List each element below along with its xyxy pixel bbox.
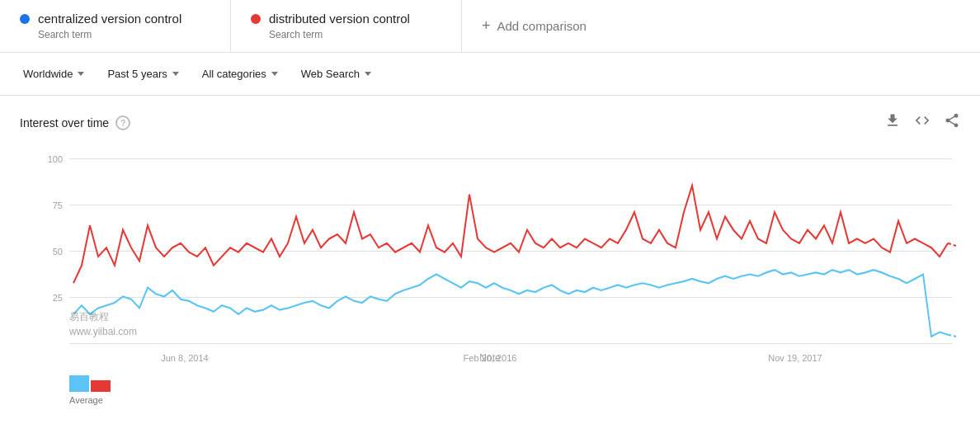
plus-icon: + <box>482 17 491 35</box>
legend-sublabel-2: Search term <box>251 29 441 40</box>
chart-title: Interest over time <box>20 116 109 130</box>
embed-icon[interactable] <box>914 112 931 133</box>
search-type-filter[interactable]: Web Search <box>291 61 381 87</box>
chevron-down-icon-2 <box>172 72 179 76</box>
svg-text:75: 75 <box>53 200 63 210</box>
svg-text:100: 100 <box>48 153 63 163</box>
average-bars <box>69 375 111 392</box>
svg-text:Jun 8, 2014: Jun 8, 2014 <box>161 353 209 363</box>
help-icon[interactable]: ? <box>115 115 130 130</box>
download-icon[interactable] <box>884 112 901 133</box>
legend-dot-1 <box>20 14 30 24</box>
chart-container: 易百教程 www.yiibai.com 100 75 50 25 Note <box>20 141 960 372</box>
legend-item-1: centralized version control Search term <box>0 0 231 52</box>
watermark-line2: www.yiibai.com <box>69 324 137 339</box>
chart-bottom: Average <box>20 375 960 405</box>
svg-text:50: 50 <box>53 246 63 256</box>
average-legend: Average <box>69 375 111 405</box>
avg-bar-red <box>91 380 111 392</box>
legend-bar: centralized version control Search term … <box>0 0 980 53</box>
share-icon[interactable] <box>944 112 960 133</box>
svg-text:Feb 20, 2016: Feb 20, 2016 <box>464 353 517 363</box>
legend-label-2: distributed version control <box>269 12 410 26</box>
chart-actions <box>884 112 960 133</box>
svg-text:25: 25 <box>53 292 63 302</box>
category-label: All categories <box>202 68 266 80</box>
avg-bar-blue <box>69 375 89 392</box>
chart-header: Interest over time ? <box>20 112 960 133</box>
legend-title-1: centralized version control <box>20 12 210 26</box>
watermark-line1: 易百教程 <box>69 309 137 324</box>
chart-svg: 100 75 50 25 Note Jun 8, 2014 Feb 20, 20… <box>20 141 960 372</box>
search-type-label: Web Search <box>301 68 360 80</box>
add-comparison-label: Add comparison <box>497 19 587 33</box>
svg-line-10 <box>948 335 956 337</box>
location-label: Worldwide <box>23 68 73 80</box>
legend-label-1: centralized version control <box>38 12 181 26</box>
chevron-down-icon <box>78 72 84 76</box>
watermark: 易百教程 www.yiibai.com <box>69 309 137 339</box>
category-filter[interactable]: All categories <box>192 61 288 87</box>
time-filter[interactable]: Past 5 years <box>97 61 188 87</box>
legend-dot-2 <box>251 14 261 24</box>
svg-text:Nov 19, 2017: Nov 19, 2017 <box>768 353 822 363</box>
svg-line-9 <box>948 243 956 246</box>
chart-section: Interest over time ? 易百教程 www.yiibai.com <box>0 96 980 422</box>
add-comparison-button[interactable]: + Add comparison <box>462 0 980 52</box>
legend-item-2: distributed version control Search term <box>231 0 462 52</box>
location-filter[interactable]: Worldwide <box>13 61 94 87</box>
time-label: Past 5 years <box>107 68 167 80</box>
chevron-down-icon-4 <box>365 72 371 76</box>
average-label: Average <box>69 395 103 405</box>
chevron-down-icon-3 <box>271 72 278 76</box>
legend-sublabel-1: Search term <box>20 29 210 40</box>
filter-bar: Worldwide Past 5 years All categories We… <box>0 53 980 96</box>
chart-title-area: Interest over time ? <box>20 115 130 130</box>
legend-title-2: distributed version control <box>251 12 441 26</box>
